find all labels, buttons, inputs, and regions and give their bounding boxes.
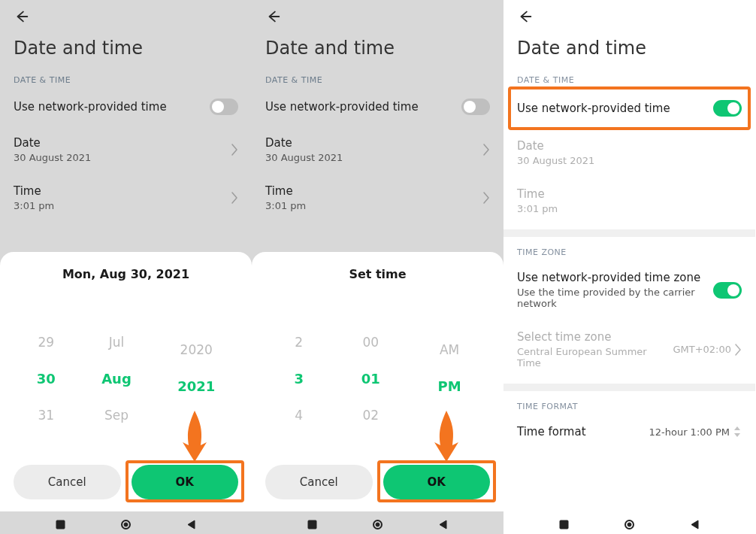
network-time-toggle[interactable] (461, 99, 490, 115)
nav-back-icon[interactable] (438, 518, 448, 528)
cancel-button[interactable]: Cancel (14, 465, 121, 499)
time-format-row[interactable]: Time format 12-hour 1:00 PM (503, 414, 755, 449)
network-time-row[interactable]: Use network-provided time (503, 88, 755, 129)
sheet-title: Set time (265, 267, 490, 281)
picker-month-col[interactable]: Jul Aug Sep (101, 335, 132, 423)
nav-bar (252, 511, 503, 534)
time-row[interactable]: Time 3:01 pm (252, 174, 503, 222)
date-row[interactable]: Date 30 August 2021 (0, 126, 252, 174)
network-zone-row[interactable]: Use network-provided time zone Use the t… (503, 260, 755, 320)
date-label: Date (517, 139, 742, 153)
time-picker-sheet: Set time 2 3 4 00 01 02 AM PM Cancel OK (252, 252, 503, 511)
chevron-icon (231, 191, 238, 205)
section-time-zone: TIME ZONE (503, 241, 755, 260)
time-label: Time (14, 184, 231, 198)
date-picker-sheet: Mon, Aug 30, 2021 29 30 31 Jul Aug Sep 2… (0, 252, 252, 511)
network-zone-label: Use network-provided time zone (517, 271, 713, 284)
chevron-icon (734, 343, 742, 357)
nav-back-icon[interactable] (690, 518, 700, 528)
section-date-time: DATE & TIME (252, 69, 503, 88)
network-time-row[interactable]: Use network-provided time (0, 88, 252, 126)
divider (503, 384, 755, 391)
date-value: 30 August 2021 (517, 155, 742, 166)
cancel-button[interactable]: Cancel (265, 465, 373, 499)
network-time-toggle[interactable] (210, 99, 238, 115)
section-date-time: DATE & TIME (0, 69, 252, 88)
ok-button[interactable]: OK (383, 465, 491, 499)
page-title: Date and time (517, 38, 742, 59)
nav-recent-icon[interactable] (559, 518, 569, 528)
section-time-format: TIME FORMAT (503, 396, 755, 414)
time-value: 3:01 pm (265, 200, 482, 211)
back-button[interactable] (14, 8, 30, 25)
network-zone-sub: Use the time provided by the carrier net… (517, 287, 713, 309)
network-time-toggle[interactable] (713, 100, 742, 117)
nav-bar (503, 511, 755, 534)
page-title: Date and time (265, 38, 490, 59)
select-zone-value: GMT+02:00 (673, 344, 731, 355)
time-label: Time (265, 184, 482, 198)
nav-recent-icon[interactable] (307, 518, 317, 528)
chevron-icon (482, 191, 490, 205)
nav-home-icon[interactable] (624, 518, 634, 528)
chevron-icon (231, 143, 238, 156)
select-zone-sub: Central European Summer Time (517, 346, 673, 369)
network-time-row[interactable]: Use network-provided time (252, 88, 503, 126)
date-value: 30 August 2021 (14, 152, 231, 163)
nav-home-icon[interactable] (373, 518, 383, 528)
select-zone-label: Select time zone (517, 330, 673, 344)
time-format-value: 12-hour 1:00 PM (649, 426, 730, 438)
updown-icon (733, 426, 742, 438)
select-zone-row: Select time zone Central European Summer… (503, 320, 755, 379)
date-picker[interactable]: 29 30 31 Jul Aug Sep 2020 2021 (14, 301, 238, 456)
nav-back-icon[interactable] (186, 518, 196, 528)
ok-button[interactable]: OK (132, 465, 239, 499)
panel-time-picker: Date and time DATE & TIME Use network-pr… (252, 0, 503, 534)
picker-year-col[interactable]: 2020 2021 (177, 342, 215, 415)
time-row[interactable]: Time 3:01 pm (0, 174, 252, 222)
divider (503, 229, 755, 237)
picker-minute-col[interactable]: 00 01 02 (361, 335, 380, 423)
page-title: Date and time (14, 38, 238, 59)
time-label: Time (517, 187, 742, 201)
network-time-label: Use network-provided time (14, 100, 210, 114)
date-row[interactable]: Date 30 August 2021 (252, 126, 503, 174)
date-label: Date (14, 136, 231, 150)
picker-day-col[interactable]: 29 30 31 (37, 335, 56, 423)
picker-ampm-col[interactable]: AM PM (438, 342, 461, 415)
nav-bar (0, 511, 252, 534)
chevron-icon (482, 143, 490, 156)
time-picker[interactable]: 2 3 4 00 01 02 AM PM (265, 301, 490, 456)
date-label: Date (265, 136, 482, 150)
time-value: 3:01 pm (517, 203, 742, 214)
date-value: 30 August 2021 (265, 152, 482, 163)
picker-hour-col[interactable]: 2 3 4 (294, 335, 304, 423)
sheet-title: Mon, Aug 30, 2021 (14, 267, 238, 281)
time-value: 3:01 pm (14, 200, 231, 211)
nav-home-icon[interactable] (121, 518, 131, 528)
time-format-label: Time format (517, 425, 649, 438)
back-button[interactable] (517, 8, 534, 25)
network-zone-toggle[interactable] (713, 282, 742, 299)
back-button[interactable] (265, 8, 282, 25)
network-time-label: Use network-provided time (517, 102, 713, 115)
date-row: Date 30 August 2021 (503, 129, 755, 177)
section-date-time: DATE & TIME (503, 69, 755, 88)
nav-recent-icon[interactable] (56, 518, 65, 528)
time-row: Time 3:01 pm (503, 177, 755, 225)
panel-toggle-on: Date and time DATE & TIME Use network-pr… (503, 0, 755, 534)
panel-date-picker: Date and time DATE & TIME Use network-pr… (0, 0, 252, 534)
network-time-label: Use network-provided time (265, 100, 461, 114)
